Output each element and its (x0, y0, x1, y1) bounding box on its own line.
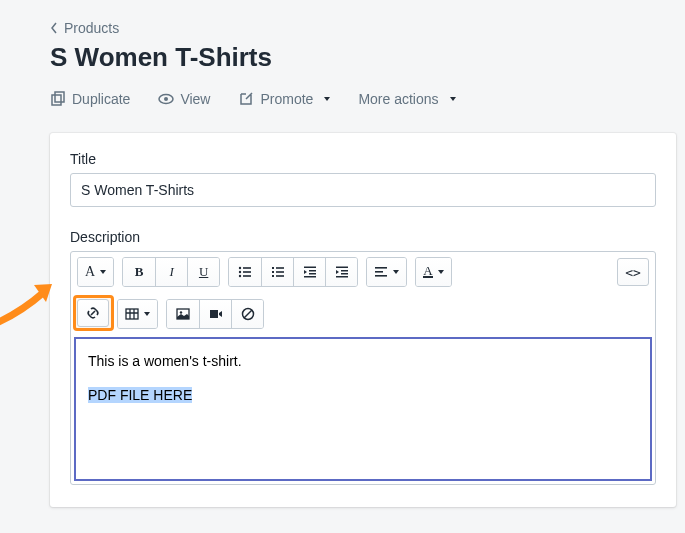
svg-point-32 (180, 311, 182, 313)
svg-rect-21 (341, 270, 348, 272)
insert-video-button[interactable] (199, 300, 231, 328)
page-title: S Women T-Shirts (50, 42, 685, 73)
description-label: Description (70, 229, 656, 245)
caret-down-icon (100, 270, 106, 274)
promote-button[interactable]: Promote (238, 91, 330, 107)
more-actions-button[interactable]: More actions (358, 91, 455, 107)
clear-icon (241, 307, 255, 321)
table-icon (125, 307, 139, 321)
outdent-icon (303, 265, 317, 279)
insert-link-button[interactable] (77, 299, 109, 327)
align-icon (374, 265, 388, 279)
svg-rect-12 (272, 271, 274, 273)
caret-down-icon (324, 97, 330, 101)
breadcrumb[interactable]: Products (50, 20, 119, 36)
svg-point-3 (164, 97, 168, 101)
link-icon (86, 306, 100, 320)
svg-rect-14 (272, 275, 274, 277)
svg-rect-24 (375, 267, 387, 269)
external-link-icon (238, 91, 254, 107)
svg-rect-22 (341, 273, 348, 275)
underline-button[interactable]: U (187, 258, 219, 286)
editor-line-1: This is a women's t-shirt. (88, 353, 638, 369)
video-icon (209, 307, 223, 321)
promote-label: Promote (260, 91, 313, 107)
caret-down-icon (450, 97, 456, 101)
italic-button[interactable]: I (155, 258, 187, 286)
editor-selected-text: PDF FILE HERE (88, 387, 192, 403)
indent-icon (335, 265, 349, 279)
product-card: Title Description A B (50, 133, 676, 507)
chevron-left-icon (50, 22, 58, 34)
svg-rect-10 (272, 267, 274, 269)
html-view-button[interactable]: <> (617, 258, 649, 286)
numbered-list-icon (271, 265, 285, 279)
description-editor[interactable]: This is a women's t-shirt. PDF FILE HERE (74, 337, 652, 481)
insert-image-button[interactable] (167, 300, 199, 328)
indent-button[interactable] (325, 258, 357, 286)
svg-rect-9 (243, 275, 251, 277)
svg-point-8 (239, 275, 241, 277)
title-input[interactable] (70, 173, 656, 207)
numbered-list-button[interactable] (261, 258, 293, 286)
color-text: A (423, 266, 432, 278)
text-color-dropdown[interactable]: A (416, 258, 450, 286)
svg-rect-19 (304, 276, 316, 278)
caret-down-icon (393, 270, 399, 274)
clear-formatting-button[interactable] (231, 300, 263, 328)
svg-rect-23 (336, 276, 348, 278)
svg-line-35 (244, 310, 252, 318)
svg-rect-13 (276, 271, 284, 273)
svg-rect-5 (243, 267, 251, 269)
svg-rect-17 (309, 270, 316, 272)
svg-rect-0 (52, 95, 61, 105)
view-button[interactable]: View (158, 91, 210, 107)
bullet-list-button[interactable] (229, 258, 261, 286)
bold-button[interactable]: B (123, 258, 155, 286)
eye-icon (158, 91, 174, 107)
bullet-list-icon (238, 265, 252, 279)
insert-table-dropdown[interactable] (118, 300, 157, 328)
duplicate-icon (50, 91, 66, 107)
svg-rect-25 (375, 271, 383, 273)
svg-rect-26 (375, 275, 387, 277)
align-dropdown[interactable] (367, 258, 406, 286)
duplicate-label: Duplicate (72, 91, 130, 107)
caret-down-icon (438, 270, 444, 274)
svg-rect-11 (276, 267, 284, 269)
svg-rect-15 (276, 275, 284, 277)
svg-point-6 (239, 271, 241, 273)
svg-rect-1 (55, 92, 64, 102)
view-label: View (180, 91, 210, 107)
breadcrumb-label: Products (64, 20, 119, 36)
caret-down-icon (144, 312, 150, 316)
code-icon: <> (625, 265, 641, 280)
svg-rect-33 (210, 310, 218, 318)
svg-rect-27 (126, 309, 138, 319)
svg-point-4 (239, 267, 241, 269)
duplicate-button[interactable]: Duplicate (50, 91, 130, 107)
format-dropdown[interactable]: A (78, 258, 113, 286)
image-icon (176, 307, 190, 321)
title-label: Title (70, 151, 656, 167)
format-text: A (85, 264, 95, 280)
svg-rect-18 (309, 273, 316, 275)
more-actions-label: More actions (358, 91, 438, 107)
svg-rect-7 (243, 271, 251, 273)
svg-rect-16 (304, 267, 316, 269)
svg-rect-20 (336, 267, 348, 269)
outdent-button[interactable] (293, 258, 325, 286)
